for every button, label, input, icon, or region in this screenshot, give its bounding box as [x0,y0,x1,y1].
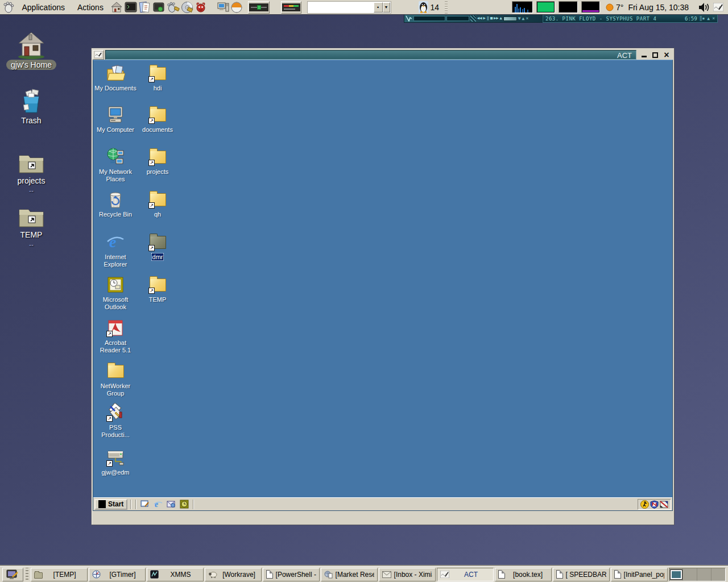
window-menu-button[interactable] [93,50,104,60]
start-button[interactable]: Start [94,499,127,510]
xmms-close-button[interactable]: × [526,15,528,22]
close-button[interactable]: × [663,51,671,59]
notes-launcher-icon[interactable] [138,1,151,14]
applet-dot-button[interactable]: • [374,2,383,13]
gnome-top-panel[interactable]: Applications Actions • [0,0,728,15]
xmms-pause-button[interactable]: ‖ [487,15,489,22]
remote-windows-desktop[interactable]: My Documents ↗ hdi My Computer ↗ [93,60,673,511]
slider-applet-2[interactable] [281,1,301,14]
task-book-tex[interactable]: [book.tex] [495,568,552,581]
win-icon-networker-group[interactable]: NetWorker Group [94,361,136,397]
task-powershell[interactable]: [PowerShell - [263,568,320,581]
act-panel-icon[interactable] [712,1,725,14]
outlook-quicklaunch-icon[interactable] [166,499,177,510]
win-icon-microsoft-outlook[interactable]: Microsoft Outlook [94,275,136,311]
screenshot-launcher-icon[interactable] [152,1,164,14]
terminal-launcher-icon[interactable] [124,1,136,14]
search-foot-launcher-icon[interactable] [166,1,180,14]
win-icon-temp[interactable]: ↗ TEMP [136,275,179,304]
task-act[interactable]: ACT [437,568,494,581]
ball-launcher-icon[interactable] [230,1,243,14]
task-market-research[interactable]: [Market Rese: [321,568,378,581]
win-icon-recycle-bin[interactable]: Recycle Bin [94,190,136,218]
win-icon-projects[interactable]: ↗ projects [136,147,179,176]
desktop-icon-trash[interactable]: Trash [0,86,63,125]
xmms-eject-button[interactable]: ▲ [500,15,502,22]
command-applet[interactable]: • ▼ [307,1,391,14]
win-icon-qh[interactable]: ↗ qh [136,190,179,218]
playlist-close-button[interactable]: × [712,15,715,22]
wanda-tux-applet[interactable]: 14 [419,1,440,13]
show-desktop-icon[interactable] [139,499,151,510]
task-inbox-ximian[interactable]: [Inbox - Ximia [379,568,436,581]
tray-antivirus-icon[interactable] [660,500,668,509]
task-gtimer[interactable]: [GTimer] [89,568,146,581]
task-workrave[interactable]: [Workrave] [205,568,262,581]
gnome-main-menu-button[interactable] [2,1,15,14]
clock-quicklaunch-icon[interactable] [179,499,190,510]
xmms-stop-button[interactable]: ■ [490,15,493,22]
tray-shield-icon[interactable] [650,500,659,509]
workspace-3[interactable] [697,568,712,581]
task-speedbar[interactable]: [ SPEEDBAR [553,568,610,581]
win-icon-my-documents[interactable]: My Documents [94,64,136,92]
act-window[interactable]: ACT × My Documents ↗ h [91,48,675,525]
workspace-4[interactable] [712,568,725,581]
desktop-icon-projects[interactable]: projects -- [0,150,63,195]
computer-launcher-icon[interactable] [217,1,229,14]
xmms-shade-button[interactable]: ▲ [522,15,525,22]
swap-monitor-applet[interactable] [559,1,577,13]
desktop-tool-button[interactable] [2,568,23,581]
menu-applications[interactable]: Applications [16,1,71,14]
xmms-playlist-window[interactable]: 263. PINK FLOYD - SYSYPHUS PART 4 6:59 ‖… [543,14,718,23]
xmms-play-button[interactable]: ▶ [483,15,485,22]
desktop-icon-home[interactable]: gjw's Home [0,31,63,69]
volume-applet[interactable] [698,1,710,14]
shortcut-arrow-icon: ↗ [106,460,113,467]
titlebar-drag-area[interactable]: ACT [105,50,636,60]
network-monitor-applet[interactable] [581,1,600,13]
win-icon-hdi[interactable]: ↗ hdi [136,64,179,92]
win-icon-internet-explorer[interactable]: e Internet Explorer [94,232,136,268]
tray-running-man-icon[interactable] [640,500,649,509]
win-icon-pss-production[interactable]: ↗ PSS Producti... [94,403,136,439]
cpu-monitor-applet[interactable] [512,1,533,13]
workspace-1[interactable] [669,568,684,581]
ie-quicklaunch-icon[interactable]: e [152,499,164,510]
win-icon-my-network-places[interactable]: My Network Places [94,147,136,183]
win-icon-documents[interactable]: ↗ documents [136,105,179,134]
workspace-switcher[interactable] [669,568,726,581]
playlist-shade-button[interactable]: ▲ [707,15,710,22]
workspace-2[interactable] [683,568,697,581]
xmms-next-button[interactable]: ▶▶ [494,15,498,22]
xmms-main-window[interactable]: ◀◀ ▶ ‖ ■ ▶▶ ▲ ▼ ▲ × [404,14,543,23]
win-icon-gjw-edm[interactable]: ↗ gjw@edm [94,448,136,476]
act-titlebar[interactable]: ACT × [93,49,673,60]
desktop-icon-temp[interactable]: TEMP -- [0,204,63,249]
panel-handle[interactable] [445,1,448,14]
win-icon-dmr[interactable]: ↗ dmr [136,232,179,261]
xmms-volume-slider[interactable] [503,16,517,21]
win-icon-acrobat-reader[interactable]: ↗ Acrobat Reader 5.1 [94,318,136,354]
minimize-button[interactable] [640,51,648,59]
cdrom-launcher-icon[interactable] [181,1,193,14]
task-temp[interactable]: [TEMP] [31,568,88,581]
slider-applet-1[interactable] [248,1,270,14]
home-launcher-icon[interactable] [110,1,123,14]
memory-monitor-applet[interactable] [536,1,555,13]
clock-applet[interactable]: Fri Aug 15, 10:38 [624,3,692,12]
weather-applet[interactable]: 7° [606,3,623,12]
xmms-prev-button[interactable]: ◀◀ [477,15,482,22]
menu-actions[interactable]: Actions [72,1,109,14]
applet-dropdown-button[interactable]: ▼ [383,2,390,13]
xmms-unshade-button[interactable]: ▼ [518,15,521,22]
task-initpanel[interactable]: [InitPanel_pop [611,568,668,581]
maximize-button[interactable] [651,51,659,59]
gnome-creature-launcher-icon[interactable] [195,1,207,14]
task-xmms[interactable]: XMMS [147,568,204,581]
system-tray[interactable] [638,499,671,510]
windows-taskbar[interactable]: Start e [93,497,672,510]
panel-handle[interactable] [26,568,28,581]
gnome-bottom-panel[interactable]: [TEMP] [GTimer] XMMS [Workrave] [PowerSh… [0,566,728,582]
win-icon-my-computer[interactable]: My Computer [94,105,136,134]
